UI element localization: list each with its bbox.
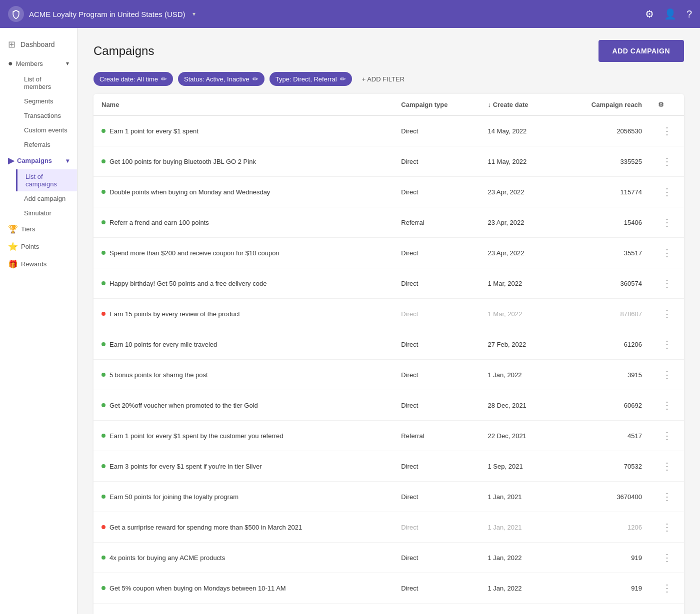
cell-create-date: 1 Mar, 2022 bbox=[480, 268, 558, 299]
tiers-icon: 🏆 bbox=[8, 224, 18, 234]
cell-name: Get 20%off voucher when promoted to the … bbox=[94, 390, 393, 421]
more-options-button[interactable]: ⋮ bbox=[658, 153, 676, 169]
help-icon[interactable]: ? bbox=[686, 8, 692, 20]
cell-campaign-reach: 335525 bbox=[558, 146, 650, 177]
column-settings[interactable]: ⚙ bbox=[650, 94, 684, 116]
campaign-name: Referr a frend and earn 100 points bbox=[110, 219, 209, 226]
more-options-button[interactable]: ⋮ bbox=[658, 184, 676, 200]
table-row: Get 5% coupon when buying on Mondays bet… bbox=[94, 573, 684, 604]
table-row: 4x points for buying any ACME products D… bbox=[94, 543, 684, 573]
sidebar-item-list-of-members[interactable]: List of members bbox=[16, 72, 77, 94]
sidebar-item-list-of-campaigns[interactable]: List of campaigns bbox=[16, 169, 77, 191]
table-row: Get 20%off voucher when promoted to the … bbox=[94, 390, 684, 421]
column-create-date[interactable]: ↓ Create date bbox=[480, 94, 558, 116]
campaign-name: Get 20%off voucher when promoted to the … bbox=[110, 402, 258, 409]
status-dot bbox=[102, 129, 106, 133]
more-options-button[interactable]: ⋮ bbox=[658, 336, 676, 352]
cell-name: Get a surriprise reward for spendng more… bbox=[94, 512, 393, 543]
status-dot bbox=[102, 586, 106, 590]
more-options-button[interactable]: ⋮ bbox=[658, 397, 676, 413]
cell-more: ⋮ bbox=[650, 360, 684, 390]
topbar-chevron-icon[interactable]: ▾ bbox=[192, 10, 196, 17]
segments-label: Segments bbox=[24, 97, 54, 105]
custom-events-label: Custom events bbox=[24, 126, 68, 134]
more-options-button[interactable]: ⋮ bbox=[658, 489, 676, 505]
filter-chip-create-date[interactable]: Create date: All time ✏ bbox=[94, 72, 173, 86]
sidebar-section-points[interactable]: ⭐ Points bbox=[0, 238, 77, 255]
settings-icon[interactable]: ⚙ bbox=[645, 8, 654, 20]
dashboard-icon: ⊞ bbox=[8, 39, 16, 50]
more-options-button[interactable]: ⋮ bbox=[658, 458, 676, 474]
cell-create-date: 14 May, 2022 bbox=[480, 116, 558, 146]
next-page-button[interactable]: › bbox=[665, 611, 676, 614]
sidebar-section-rewards[interactable]: 🎁 Rewards bbox=[0, 255, 77, 273]
more-options-button[interactable]: ⋮ bbox=[658, 123, 676, 139]
account-icon[interactable]: 👤 bbox=[664, 8, 676, 20]
more-options-button[interactable]: ⋮ bbox=[658, 214, 676, 230]
status-dot bbox=[102, 373, 106, 377]
more-options-button[interactable]: ⋮ bbox=[658, 428, 676, 444]
filter-type-edit-icon: ✏ bbox=[340, 75, 346, 83]
cell-campaign-type: Direct bbox=[393, 360, 480, 390]
cell-create-date: 1 Jan, 2021 bbox=[480, 512, 558, 543]
add-campaign-button[interactable]: ADD CAMPAIGN bbox=[598, 40, 684, 62]
sidebar: ⊞ Dashboard ● Members ▾ List of members … bbox=[0, 28, 78, 614]
more-options-button[interactable]: ⋮ bbox=[658, 306, 676, 322]
more-options-button[interactable]: ⋮ bbox=[658, 519, 676, 535]
sidebar-section-campaigns[interactable]: ▶ Campaigns ▾ bbox=[0, 152, 77, 169]
campaign-name: Earn 1 point for every $1 spent bbox=[110, 127, 198, 135]
cell-create-date: 23 Apr, 2022 bbox=[480, 207, 558, 238]
sidebar-item-transactions[interactable]: Transactions bbox=[16, 108, 77, 123]
filter-chip-status[interactable]: Status: Active, Inactive ✏ bbox=[178, 72, 264, 86]
sidebar-item-segments[interactable]: Segments bbox=[16, 94, 77, 108]
cell-campaign-type: Direct bbox=[393, 177, 480, 207]
sidebar-section-members[interactable]: ● Members ▾ bbox=[0, 55, 77, 72]
more-options-button[interactable]: ⋮ bbox=[658, 367, 676, 383]
sidebar-item-add-campaign[interactable]: Add campaign bbox=[16, 191, 77, 206]
transactions-label: Transactions bbox=[24, 112, 61, 119]
cell-create-date: 22 Dec, 2021 bbox=[480, 421, 558, 451]
cell-campaign-reach: 360574 bbox=[558, 268, 650, 299]
sidebar-item-referrals[interactable]: Referrals bbox=[16, 137, 77, 152]
cell-name: Get 5% coupon when buying on Mondays bet… bbox=[94, 573, 393, 604]
prev-page-button[interactable]: ‹ bbox=[652, 611, 663, 614]
campaign-name: Happy birthday! Get 50 points and a free… bbox=[110, 280, 266, 287]
sidebar-item-simulator[interactable]: Simulator bbox=[16, 206, 77, 220]
points-label: Points bbox=[21, 243, 39, 250]
campaigns-table-container: Name Campaign type ↓ Create date Campaig… bbox=[94, 94, 684, 614]
sidebar-section-tiers[interactable]: 🏆 Tiers bbox=[0, 220, 77, 238]
app-title: ACME Loyalty Program in United States (U… bbox=[29, 10, 186, 18]
table-row: Get 100 points for buying Bluetooth JBL … bbox=[94, 146, 684, 177]
cell-name: Spend more than $200 and receive coupon … bbox=[94, 238, 393, 268]
more-options-button[interactable]: ⋮ bbox=[658, 580, 676, 596]
campaign-name: Earn 15 points by every review of the pr… bbox=[110, 310, 240, 318]
filters-bar: Create date: All time ✏ Status: Active, … bbox=[94, 72, 684, 86]
sidebar-item-custom-events[interactable]: Custom events bbox=[16, 123, 77, 137]
campaign-name: 4x points for buying any ACME products bbox=[110, 554, 225, 562]
cell-more: ⋮ bbox=[650, 573, 684, 604]
sidebar-item-dashboard[interactable]: ⊞ Dashboard bbox=[0, 34, 77, 55]
cell-campaign-type: Direct bbox=[393, 543, 480, 573]
cell-more: ⋮ bbox=[650, 421, 684, 451]
cell-more: ⋮ bbox=[650, 238, 684, 268]
filter-chip-type[interactable]: Type: Direct, Referral ✏ bbox=[270, 72, 352, 86]
filter-status-edit-icon: ✏ bbox=[252, 75, 258, 83]
campaigns-chevron-icon: ▾ bbox=[66, 157, 69, 164]
list-of-members-label: List of members bbox=[24, 75, 69, 90]
add-filter-button[interactable]: + ADD FILTER bbox=[357, 72, 410, 86]
cell-campaign-type: Direct bbox=[393, 146, 480, 177]
table-row: Earn 3 points for every $1 spent if you'… bbox=[94, 451, 684, 482]
more-options-button[interactable]: ⋮ bbox=[658, 550, 676, 566]
more-options-button[interactable]: ⋮ bbox=[658, 275, 676, 291]
page-nav: ‹ › bbox=[652, 611, 676, 614]
cell-campaign-type: Referral bbox=[393, 421, 480, 451]
more-options-button[interactable]: ⋮ bbox=[658, 245, 676, 261]
cell-create-date: 1 Jan, 2022 bbox=[480, 543, 558, 573]
table-row: 5 bonus points for sharng the post Direc… bbox=[94, 360, 684, 390]
topbar-right: ⚙ 👤 ? bbox=[645, 8, 692, 20]
cell-name: Referr a frend and earn 100 points bbox=[94, 207, 393, 238]
column-campaign-reach: Campaign reach bbox=[558, 94, 650, 116]
table-row: Earn 1 point for every $1 spent Direct 1… bbox=[94, 116, 684, 146]
filter-create-date-edit-icon: ✏ bbox=[161, 75, 167, 83]
campaign-name: Earn 1 point for every $1 spent by the c… bbox=[110, 432, 284, 440]
